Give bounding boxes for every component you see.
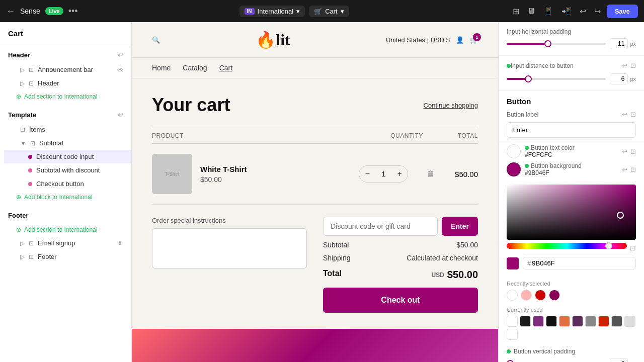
search-icon-wrap[interactable]: 🔍 bbox=[152, 36, 160, 44]
cu-3[interactable] bbox=[533, 316, 544, 327]
eye-icon[interactable]: 👁 bbox=[117, 66, 123, 73]
picker-override-icon[interactable]: ⊡ bbox=[630, 244, 636, 252]
tablet-icon[interactable]: 📱 bbox=[541, 5, 555, 18]
gradient-cursor[interactable] bbox=[617, 212, 624, 219]
recent-color-4[interactable] bbox=[549, 290, 560, 301]
add-section-footer[interactable]: ⊕ Add section to International bbox=[4, 223, 131, 236]
cu-8[interactable] bbox=[598, 316, 609, 327]
px-value3[interactable]: 0 bbox=[610, 358, 628, 362]
canvas: 🔍 🔥lit United States | USD $ 👤 🛒 1 bbox=[132, 22, 498, 362]
input-distance-label: Input distance to button bbox=[507, 62, 574, 69]
total-value: $50.00 bbox=[447, 269, 478, 281]
back-icon[interactable]: ← bbox=[6, 6, 15, 17]
store-header: 🔍 🔥lit United States | USD $ 👤 🛒 1 bbox=[132, 22, 498, 58]
instruction-input[interactable] bbox=[152, 228, 307, 268]
eye-icon2[interactable]: 👁 bbox=[117, 240, 123, 247]
cu-6[interactable] bbox=[572, 316, 583, 327]
sidebar-item-items[interactable]: ⊡ Items bbox=[4, 123, 131, 136]
gradient-canvas[interactable] bbox=[507, 185, 636, 240]
hex-input[interactable] bbox=[532, 259, 572, 267]
sidebar-item-email[interactable]: ▷ ⊡ Email signup 👁 bbox=[4, 236, 131, 250]
continue-shopping-link[interactable]: Continue shopping bbox=[424, 102, 478, 109]
header-refresh-icon[interactable]: ↩ bbox=[118, 51, 123, 59]
text-color-reset[interactable]: ↩ bbox=[622, 148, 627, 155]
env-chevron: ▾ bbox=[296, 8, 300, 15]
sidebar-title: Cart bbox=[0, 22, 131, 45]
order-summary: Enter Subtotal $50.00 Shipping Calculate… bbox=[323, 217, 478, 313]
region-label[interactable]: United States | USD $ bbox=[386, 36, 450, 44]
slider-thumb[interactable] bbox=[544, 40, 551, 47]
discount-code-input[interactable] bbox=[323, 217, 438, 236]
nav-cart[interactable]: Cart bbox=[219, 64, 232, 72]
bg-color-override[interactable]: ⊡ bbox=[630, 166, 636, 173]
text-color-override[interactable]: ⊡ bbox=[630, 148, 636, 155]
cu-4[interactable] bbox=[546, 316, 557, 327]
btn-label-reset-icon[interactable]: ↩ bbox=[622, 111, 627, 118]
redo-icon[interactable]: ↪ bbox=[592, 5, 603, 18]
px-value[interactable]: 11 bbox=[610, 38, 628, 49]
cu-7[interactable] bbox=[585, 316, 596, 327]
sidebar-item-footer[interactable]: ▷ ⊡ Footer bbox=[4, 250, 131, 263]
slider-thumb3[interactable] bbox=[507, 360, 514, 362]
bg-color-label: Button background bbox=[531, 162, 618, 169]
hue-cursor[interactable] bbox=[605, 242, 612, 249]
add-section-header[interactable]: ⊕ Add section to International bbox=[4, 90, 131, 103]
sidebar-item-label: Checkout button bbox=[36, 180, 84, 188]
cu-1[interactable] bbox=[507, 316, 518, 327]
override-icon[interactable]: ⊡ bbox=[630, 62, 636, 69]
slider-thumb2[interactable] bbox=[525, 75, 532, 82]
add-label: Add section to International bbox=[24, 93, 97, 100]
col-product: PRODUCT bbox=[152, 132, 356, 139]
sidebar-item-checkout-button[interactable]: Checkout button bbox=[4, 177, 131, 191]
bg-color-reset[interactable]: ↩ bbox=[622, 166, 627, 173]
sidebar-item-discount-code[interactable]: Discount code input bbox=[4, 150, 131, 163]
qty-decrease-button[interactable]: − bbox=[359, 166, 375, 182]
nav-home[interactable]: Home bbox=[152, 64, 171, 72]
cart-icon-wrap[interactable]: 🛒 1 bbox=[470, 36, 478, 44]
px-value2[interactable]: 6 bbox=[610, 73, 628, 84]
btn-label-override-icon[interactable]: ⊡ bbox=[630, 111, 636, 118]
button-section: Button Button label ↩ ⊡ bbox=[499, 91, 644, 144]
button-label-input[interactable] bbox=[507, 122, 636, 138]
cart-selector[interactable]: 🛒 Cart ▾ bbox=[309, 6, 349, 17]
text-color-info: Button text color #FCFCFC bbox=[525, 144, 618, 158]
template-refresh-icon[interactable]: ↩ bbox=[118, 111, 123, 119]
nav-catalog[interactable]: Catalog bbox=[183, 64, 207, 72]
undo-icon[interactable]: ↩ bbox=[578, 5, 588, 18]
reset-icon[interactable]: ↩ bbox=[622, 62, 627, 69]
input-distance-section: Input distance to button ↩ ⊡ 6 px bbox=[499, 56, 644, 91]
bg-color-swatch[interactable] bbox=[507, 162, 521, 176]
cu-10[interactable] bbox=[624, 316, 635, 327]
cu-2[interactable] bbox=[520, 316, 531, 327]
mobile-icon[interactable]: 📲 bbox=[559, 5, 574, 18]
sidebar-item-announcement[interactable]: ▷ ⊡ Announcement bar 👁 bbox=[4, 63, 131, 76]
delete-item-button[interactable]: 🗑 bbox=[427, 169, 435, 178]
sidebar-item-header[interactable]: ▷ ⊡ Header bbox=[4, 76, 131, 90]
cu-11[interactable] bbox=[507, 329, 518, 340]
account-icon[interactable]: 👤 bbox=[456, 36, 464, 44]
env-selector[interactable]: IN International ▾ bbox=[239, 6, 305, 17]
slider-fill bbox=[507, 43, 546, 45]
save-button[interactable]: Save bbox=[607, 5, 638, 18]
qty-increase-button[interactable]: + bbox=[391, 166, 408, 182]
discount-row: Enter bbox=[323, 217, 478, 236]
sidebar-item-subtotal[interactable]: ▼ ⊡ Subtotal bbox=[4, 136, 131, 150]
recent-color-1[interactable] bbox=[507, 290, 518, 301]
recent-color-2[interactable] bbox=[521, 290, 532, 301]
discount-enter-button[interactable]: Enter bbox=[442, 217, 478, 236]
checkout-button[interactable]: Check out bbox=[323, 288, 478, 313]
layout-icon[interactable]: ⊞ bbox=[511, 5, 521, 18]
slider-track[interactable] bbox=[507, 43, 606, 45]
desktop-icon[interactable]: 🖥 bbox=[525, 5, 537, 18]
text-color-swatch[interactable] bbox=[507, 144, 521, 158]
hue-bar[interactable] bbox=[507, 243, 627, 249]
cu-9[interactable] bbox=[611, 316, 622, 327]
slider-track2[interactable] bbox=[507, 78, 606, 80]
recent-color-3[interactable] bbox=[535, 290, 546, 301]
product-price: $50.00 bbox=[200, 175, 341, 184]
more-icon[interactable]: ••• bbox=[68, 6, 78, 17]
add-block-international[interactable]: ⊕ Add block to International bbox=[4, 191, 131, 204]
cu-5[interactable] bbox=[559, 316, 570, 327]
sidebar-item-subtotal-discount[interactable]: Subtotal with discount bbox=[4, 163, 131, 177]
env-label: International bbox=[258, 8, 294, 15]
